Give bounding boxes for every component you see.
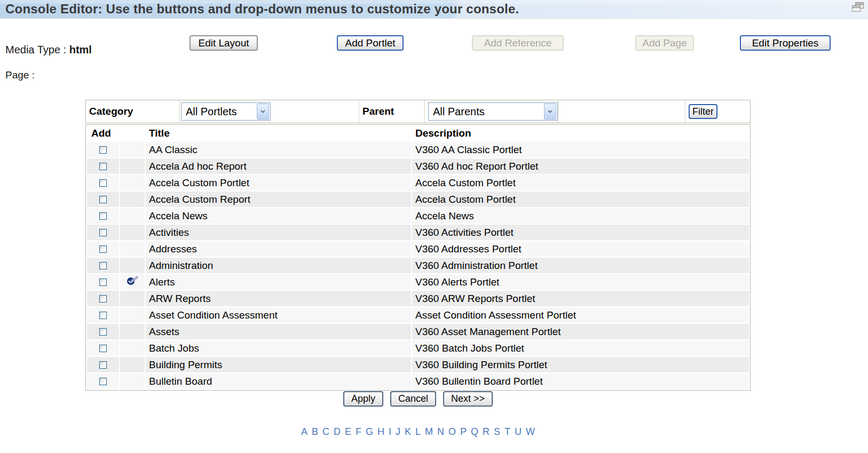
alpha-link-l[interactable]: L — [415, 426, 421, 437]
alpha-link-t[interactable]: T — [504, 426, 510, 437]
icon-cell — [120, 225, 145, 240]
add-cell — [87, 340, 119, 356]
parent-select-cell: All Parents — [425, 100, 558, 123]
add-checkbox[interactable] — [99, 262, 107, 269]
parent-selected-value: All Parents — [429, 106, 543, 118]
icon-cell — [120, 142, 145, 157]
parent-dropdown[interactable]: All Parents — [428, 102, 558, 121]
icon-cell — [120, 208, 145, 224]
table-row: Batch Jobs V360 Batch Jobs Portlet — [87, 340, 749, 356]
add-checkbox[interactable] — [99, 163, 107, 170]
portlet-title: Activities — [146, 225, 411, 240]
page-title: Console Editor: Use the buttons and drop… — [0, 0, 868, 17]
portlet-title: Administration — [146, 258, 411, 273]
alpha-link-h[interactable]: H — [377, 426, 384, 437]
alpha-link-f[interactable]: F — [356, 426, 361, 437]
chevron-down-icon[interactable] — [544, 104, 556, 120]
filter-button[interactable]: Filter — [689, 104, 717, 119]
edit-layout-button[interactable]: Edit Layout — [190, 35, 258, 51]
add-checkbox[interactable] — [99, 179, 107, 187]
add-checkbox[interactable] — [99, 229, 107, 236]
title-bar: Console Editor: Use the buttons and drop… — [0, 0, 868, 19]
add-checkbox[interactable] — [99, 312, 107, 319]
portlet-description: V360 Administration Portlet — [412, 258, 749, 273]
category-selected-value: All Portlets — [182, 106, 256, 118]
portlet-title: Alerts — [146, 274, 411, 290]
icon-cell — [120, 357, 145, 372]
add-cell — [87, 324, 119, 339]
alpha-link-p[interactable]: P — [460, 426, 467, 437]
portlet-description: V360 AA Classic Portlet — [412, 142, 749, 157]
add-cell — [87, 175, 119, 190]
add-cell — [87, 192, 119, 207]
filter-bar: Category All Portlets Parent All Parents… — [85, 100, 751, 123]
portlet-description: V360 Alerts Portlet — [412, 274, 749, 290]
next-button[interactable]: Next >> — [443, 391, 493, 407]
portlet-title: ARW Reports — [146, 291, 411, 306]
table-row: Accela Custom Portlet Accela Custom Port… — [87, 175, 749, 190]
parent-label: Parent — [359, 100, 425, 123]
portlet-description: V360 Addresses Portlet — [412, 241, 749, 257]
add-checkbox[interactable] — [99, 378, 107, 385]
add-portlet-button[interactable]: Add Portlet — [337, 35, 404, 51]
alpha-link-j[interactable]: J — [396, 426, 400, 437]
add-checkbox[interactable] — [99, 212, 107, 220]
add-checkbox[interactable] — [99, 279, 107, 286]
add-cell — [87, 241, 119, 257]
alpha-link-k[interactable]: K — [405, 426, 411, 437]
alpha-link-i[interactable]: I — [389, 426, 391, 437]
table-row: Asset Condition Assessment Asset Conditi… — [87, 307, 749, 323]
alpha-link-s[interactable]: S — [494, 426, 500, 437]
alpha-link-n[interactable]: N — [437, 426, 444, 437]
add-checkbox[interactable] — [99, 196, 107, 203]
alpha-link-u[interactable]: U — [515, 426, 522, 437]
chevron-down-icon[interactable] — [257, 104, 269, 120]
table-row: Activities V360 Activities Portlet — [87, 225, 749, 240]
portlet-description: V360 Asset Management Portlet — [412, 324, 749, 339]
media-type-value: html — [69, 44, 92, 55]
icon-cell — [120, 307, 145, 323]
alpha-link-o[interactable]: O — [448, 426, 456, 437]
icon-cell — [120, 324, 145, 339]
add-checkbox[interactable] — [99, 345, 107, 352]
portlet-title: Accela Custom Report — [146, 192, 411, 207]
column-header-add: Add — [87, 126, 145, 141]
portlet-description: V360 ARW Reports Portlet — [412, 291, 749, 306]
page-label: Page : — [5, 69, 35, 81]
alpha-link-b[interactable]: B — [312, 426, 318, 437]
add-cell — [87, 225, 119, 240]
icon-cell — [120, 274, 145, 290]
cancel-button[interactable]: Cancel — [390, 391, 436, 407]
alpha-link-a[interactable]: A — [301, 426, 307, 437]
filter-button-cell: Filter — [685, 100, 750, 123]
alpha-link-m[interactable]: M — [425, 426, 433, 437]
portlet-title: AA Classic — [146, 142, 411, 157]
alpha-link-w[interactable]: W — [526, 426, 535, 437]
edit-properties-button[interactable]: Edit Properties — [740, 35, 831, 51]
portlet-title: Building Permits — [146, 357, 411, 372]
icon-cell — [120, 291, 145, 306]
alpha-link-c[interactable]: C — [322, 426, 329, 437]
alpha-link-q[interactable]: Q — [471, 426, 478, 437]
category-label: Category — [86, 100, 179, 123]
add-checkbox[interactable] — [99, 328, 107, 336]
apply-button[interactable]: Apply — [343, 391, 383, 407]
alpha-link-e[interactable]: E — [345, 426, 351, 437]
alpha-link-g[interactable]: G — [366, 426, 373, 437]
restore-window-icon[interactable] — [851, 2, 864, 13]
add-cell — [87, 158, 119, 174]
portlet-title: Accela Custom Portlet — [146, 175, 411, 190]
add-checkbox[interactable] — [99, 146, 107, 154]
alpha-link-d[interactable]: D — [334, 426, 341, 437]
add-cell — [87, 208, 119, 224]
add-checkbox[interactable] — [99, 245, 107, 253]
category-dropdown[interactable]: All Portlets — [181, 102, 271, 121]
portlet-title: Bulletin Board — [146, 373, 411, 389]
alpha-link-r[interactable]: R — [483, 426, 490, 437]
table-row: Bulletin Board V360 Bullentin Board Port… — [87, 373, 749, 389]
add-checkbox[interactable] — [99, 295, 107, 303]
icon-cell — [120, 241, 145, 257]
table-row: Accela Custom Report Accela Custom Portl… — [87, 192, 749, 207]
table-row: Building Permits V360 Building Permits P… — [87, 357, 749, 372]
add-checkbox[interactable] — [99, 361, 107, 369]
